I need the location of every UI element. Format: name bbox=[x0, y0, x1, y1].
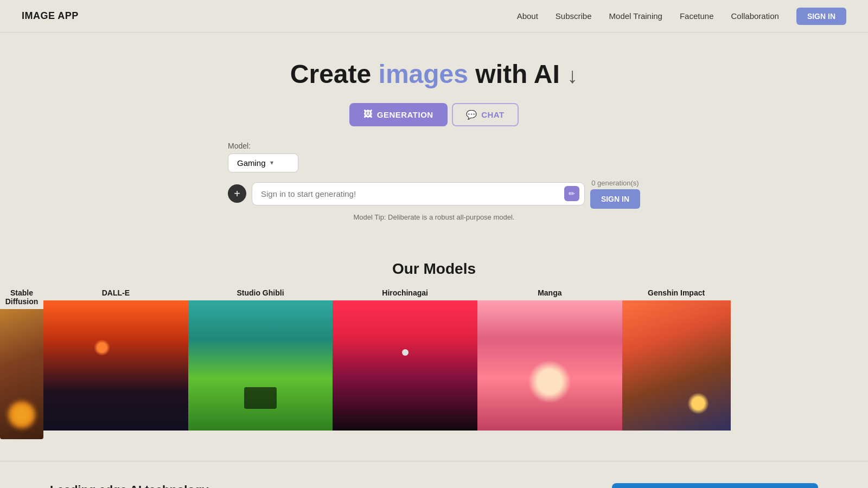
model-name-stable-diffusion: Stable Diffusion bbox=[0, 288, 43, 306]
model-name-genshin: Genshin Impact bbox=[622, 288, 731, 297]
prompt-input-wrapper: ✏ bbox=[252, 182, 585, 206]
generation-icon: 🖼 bbox=[363, 110, 373, 119]
model-card-stable-diffusion[interactable]: Stable Diffusion bbox=[0, 288, 43, 439]
model-card-genshin[interactable]: Genshin Impact bbox=[622, 288, 731, 439]
hero-title-suffix: with AI bbox=[468, 60, 560, 88]
model-image-hiroshi bbox=[333, 300, 477, 431]
nav-about[interactable]: About bbox=[517, 11, 538, 21]
header: IMAGE APP About Subscribe Model Training… bbox=[0, 0, 868, 33]
nav-collaboration[interactable]: Collaboration bbox=[731, 11, 778, 21]
model-selected-value: Gaming bbox=[237, 158, 266, 168]
models-title: Our Models bbox=[0, 260, 868, 278]
model-name-manga: Manga bbox=[477, 288, 622, 297]
tab-generation[interactable]: 🖼 GENERATION bbox=[349, 103, 447, 126]
tab-chat-label: CHAT bbox=[481, 110, 505, 119]
model-image-ghibli bbox=[188, 300, 333, 431]
chat-icon: 💬 bbox=[466, 110, 477, 120]
generation-count: 0 generation(s) bbox=[591, 179, 639, 187]
prompt-container: + ✏ 0 generation(s) SIGN IN bbox=[217, 179, 651, 209]
model-image-manga bbox=[477, 300, 622, 431]
model-name-hiroshi: Hirосhinagai bbox=[333, 288, 477, 297]
model-card-manga[interactable]: Manga bbox=[477, 288, 622, 439]
hero-title-prefix: Create bbox=[290, 60, 379, 88]
nav-subscribe[interactable]: Subscribe bbox=[556, 11, 592, 21]
model-label: Model: bbox=[228, 142, 251, 150]
model-name-dalle: DALL-E bbox=[43, 288, 188, 297]
tabs-container: 🖼 GENERATION 💬 CHAT bbox=[11, 103, 857, 126]
hero-title: Create images with AI ↓ bbox=[11, 59, 857, 90]
models-carousel: Stable Diffusion DALL-E Studio Ghibli Hi… bbox=[0, 288, 868, 439]
model-image-genshin bbox=[622, 300, 731, 431]
hero-title-highlight: images bbox=[379, 60, 468, 88]
leading-edge-section: Leading edge AI technology Unique AI (im… bbox=[0, 461, 868, 488]
model-image-stable-diffusion bbox=[0, 309, 43, 439]
tab-chat[interactable]: 💬 CHAT bbox=[452, 103, 519, 126]
model-dropdown[interactable]: Gaming ▾ bbox=[228, 153, 298, 172]
prompt-input[interactable] bbox=[252, 182, 585, 206]
model-card-dalle[interactable]: DALL-E bbox=[43, 288, 188, 439]
model-name-ghibli: Studio Ghibli bbox=[188, 288, 333, 297]
prompt-sign-in-button[interactable]: SIGN IN bbox=[590, 189, 640, 209]
nav: About Subscribe Model Training Facetune … bbox=[517, 8, 846, 25]
leading-edge-title: Leading edge AI technology bbox=[50, 483, 590, 488]
add-image-button[interactable]: + bbox=[228, 184, 246, 203]
prompt-right: 0 generation(s) SIGN IN bbox=[590, 179, 640, 209]
models-section: Our Models Stable Diffusion DALL-E Studi… bbox=[0, 260, 868, 439]
model-card-hiroshi[interactable]: Hirосhinagai bbox=[333, 288, 477, 439]
leading-edge-text: Leading edge AI technology Unique AI (im… bbox=[50, 483, 590, 488]
model-card-ghibli[interactable]: Studio Ghibli bbox=[188, 288, 333, 439]
chevron-down-icon: ▾ bbox=[270, 159, 273, 166]
nav-model-training[interactable]: Model Training bbox=[609, 11, 662, 21]
header-sign-in-button[interactable]: SIGN IN bbox=[796, 8, 846, 25]
leading-edge-image bbox=[612, 483, 818, 488]
logo: IMAGE APP bbox=[22, 10, 79, 22]
nav-facetune[interactable]: Facetune bbox=[680, 11, 714, 21]
hero-section: Create images with AI ↓ 🖼 GENERATION 💬 C… bbox=[0, 33, 868, 239]
hero-arrow: ↓ bbox=[567, 63, 578, 87]
generate-icon-button[interactable]: ✏ bbox=[564, 186, 579, 201]
model-image-dalle bbox=[43, 300, 188, 431]
model-tip: Model Tip: Deliberate is a robust all-pu… bbox=[217, 213, 651, 221]
tab-generation-label: GENERATION bbox=[377, 110, 433, 119]
model-section: Model: Gaming ▾ bbox=[217, 142, 651, 172]
